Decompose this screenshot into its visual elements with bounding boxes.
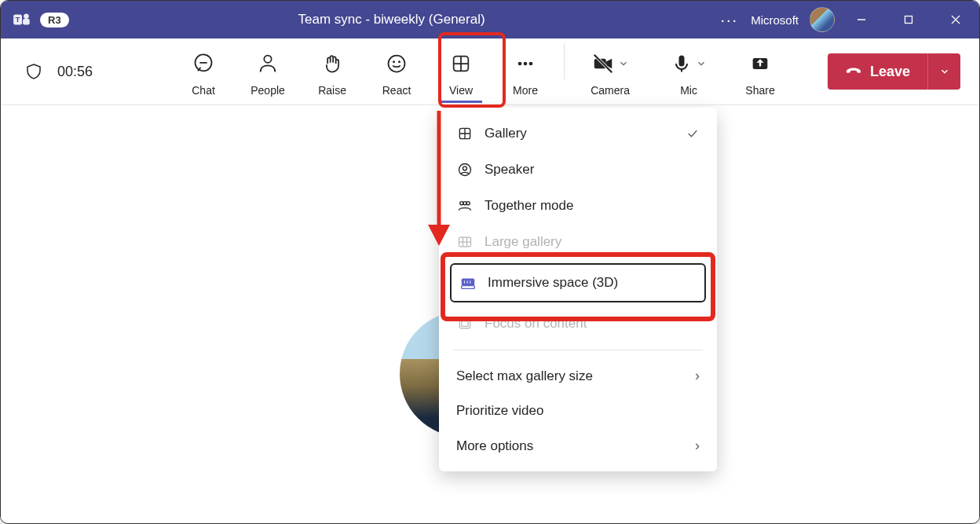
menu-item-select-max-gallery[interactable]: Select max gallery size › [439,358,717,394]
chevron-down-icon[interactable] [696,58,707,69]
chat-label: Chat [192,84,215,97]
raise-label: Raise [318,84,346,97]
people-icon [257,53,279,75]
view-button[interactable]: View [429,43,493,100]
camera-label: Camera [591,84,630,97]
more-label: More [513,84,538,97]
svg-point-11 [389,56,405,72]
svg-point-13 [399,61,400,62]
together-label: Together mode [485,198,573,214]
svg-text:T: T [16,15,20,24]
account-label[interactable]: Microsoft [751,13,803,27]
window-minimize-button[interactable] [841,1,882,38]
call-timer: 00:56 [57,64,93,80]
gallery-label: Gallery [485,126,527,141]
large-gallery-icon [456,233,474,251]
menu-item-prioritize-video[interactable]: Prioritize video [439,394,717,428]
meeting-title: Team sync - biweekly (General) [69,12,715,27]
svg-rect-46 [462,321,468,327]
leave-label: Leave [870,64,910,80]
raise-hand-icon [321,53,343,75]
svg-point-35 [463,202,466,205]
mic-icon [671,53,693,75]
immersive-label: Immersive space (3D) [488,275,618,291]
more-menu-icon[interactable]: ··· [714,11,744,29]
menu-item-more-options[interactable]: More options › [439,428,717,464]
svg-rect-23 [679,56,685,67]
mic-button[interactable]: Mic [649,43,728,100]
svg-rect-5 [905,16,912,24]
speaker-icon [456,161,474,178]
focus-icon [456,315,474,332]
react-button[interactable]: React [364,43,429,100]
view-active-underline [440,101,482,103]
svg-rect-40 [462,279,475,286]
menu-item-focus-content: Focus on content [439,306,717,342]
more-icon [514,53,536,75]
more-options-label: More options [456,438,533,454]
prioritize-label: Prioritize video [456,403,544,419]
share-button[interactable]: Share [728,43,792,100]
titlebar: T R3 Team sync - biweekly (General) ··· … [1,1,979,38]
more-button[interactable]: More [493,43,558,100]
shield-icon[interactable] [24,62,43,81]
focus-label: Focus on content [485,316,587,332]
together-mode-icon [456,197,474,214]
raise-hand-button[interactable]: Raise [300,43,364,100]
hangup-icon [845,63,862,80]
view-icon [450,53,472,75]
svg-point-18 [524,62,528,66]
toolbar-separator [564,43,565,79]
leave-button-group: Leave [828,53,960,90]
check-icon [686,126,700,141]
select-max-label: Select max gallery size [456,368,593,384]
chevron-down-icon[interactable] [618,58,629,69]
people-button[interactable]: People [236,43,300,100]
user-avatar[interactable] [810,7,835,32]
meeting-toolbar: 00:56 Chat People [1,38,979,105]
camera-off-icon [591,52,615,75]
svg-point-17 [518,62,522,66]
large-gallery-label: Large gallery [485,234,561,250]
ring-badge: R3 [40,13,69,27]
gallery-icon [456,125,474,142]
leave-button[interactable]: Leave [828,53,927,90]
menu-item-gallery[interactable]: Gallery [439,115,717,152]
svg-point-12 [393,61,394,62]
share-icon [749,53,771,75]
svg-point-19 [529,62,533,66]
svg-point-10 [264,56,271,63]
svg-point-2 [24,13,28,19]
menu-divider [453,350,703,350]
react-label: React [382,84,411,97]
svg-rect-44 [462,286,475,289]
chat-icon [192,53,214,75]
leave-dropdown-button[interactable] [927,53,960,90]
menu-item-speaker[interactable]: Speaker [439,152,717,188]
window-maximize-button[interactable] [888,1,929,38]
teams-logo-icon: T [12,9,32,30]
camera-button[interactable]: Camera [571,43,649,100]
people-label: People [250,84,285,97]
mic-label: Mic [680,84,697,97]
svg-point-32 [463,167,467,170]
svg-rect-3 [23,19,30,25]
immersive-space-icon [459,274,477,291]
view-label: View [449,84,473,97]
react-icon [386,53,408,75]
speaker-label: Speaker [485,162,534,178]
menu-item-immersive-space[interactable]: Immersive space (3D) [450,263,706,302]
share-label: Share [745,84,774,97]
menu-item-together-mode[interactable]: Together mode [439,188,717,224]
chevron-right-icon: › [695,438,700,454]
chevron-right-icon: › [695,368,700,384]
chat-button[interactable]: Chat [171,43,236,100]
window-close-button[interactable] [935,1,976,38]
menu-item-large-gallery: Large gallery [439,224,717,260]
view-dropdown-menu: Gallery Speaker Together mode Large gall… [439,108,717,471]
